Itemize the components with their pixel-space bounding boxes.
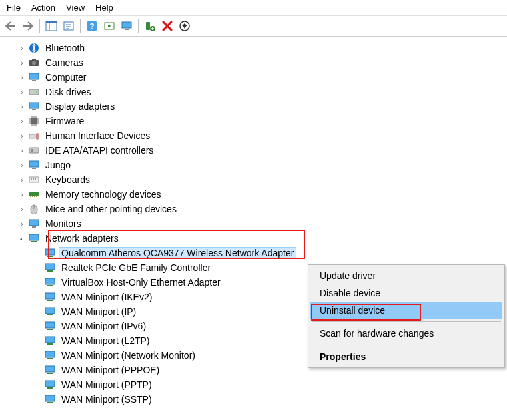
help-button[interactable]: ? <box>84 18 100 34</box>
svg-rect-54 <box>45 308 55 314</box>
ctx-separator <box>312 345 501 345</box>
ctx-update-driver[interactable]: Update driver <box>310 267 502 284</box>
toolbar-separator <box>80 19 81 33</box>
svg-rect-50 <box>45 278 55 284</box>
expander-icon[interactable]: › <box>17 43 27 53</box>
remove-device-button[interactable] <box>159 18 175 34</box>
properties-button[interactable] <box>61 18 77 34</box>
tree-item-cameras[interactable]: › Cameras <box>5 55 507 70</box>
expander-icon[interactable]: › <box>15 232 29 245</box>
tree-label: WAN Miniport (Network Monitor) <box>59 349 198 361</box>
computer-button[interactable] <box>119 18 135 34</box>
bluetooth-icon <box>28 42 40 54</box>
tree-item-ide[interactable]: › IDE ATA/ATAPI controllers <box>5 143 507 158</box>
expander-icon[interactable]: › <box>17 160 27 170</box>
add-device-button[interactable] <box>142 18 158 34</box>
tree-item-monitors[interactable]: › Monitors <box>5 216 507 231</box>
camera-icon <box>28 57 40 69</box>
svg-rect-60 <box>45 351 55 357</box>
svg-rect-39 <box>29 192 39 196</box>
tree-label: WAN Miniport (IP) <box>59 306 139 317</box>
ide-icon <box>28 144 40 156</box>
expander-icon[interactable]: › <box>17 204 27 214</box>
svg-rect-21 <box>32 59 36 61</box>
tree-item-wan-pptp[interactable]: WAN Miniport (PPTP) <box>5 377 507 392</box>
svg-rect-58 <box>45 337 55 343</box>
tree-item-qca9377[interactable]: Qualcomm Atheros QCA9377 Wireless Networ… <box>5 246 507 260</box>
svg-rect-64 <box>45 381 55 387</box>
expander-icon[interactable]: › <box>17 87 27 97</box>
toolbar: ? <box>0 16 507 37</box>
network-adapter-icon <box>44 335 56 347</box>
menu-action[interactable]: Action <box>27 1 62 14</box>
hid-icon <box>28 130 40 142</box>
menu-view[interactable]: View <box>62 1 91 14</box>
network-adapter-icon <box>44 247 56 259</box>
tree-label: Disk drives <box>43 86 93 98</box>
tree-item-keyboards[interactable]: › Keyboards <box>5 172 507 187</box>
forward-button[interactable] <box>20 18 36 34</box>
tree-label: Jungo <box>43 159 73 171</box>
expander-icon[interactable]: › <box>17 175 27 184</box>
tree-item-hid[interactable]: › Human Interface Devices <box>5 128 507 143</box>
expander-icon[interactable]: › <box>17 131 27 140</box>
scan-button[interactable] <box>101 18 117 34</box>
ctx-scan-hardware[interactable]: Scan for hardware changes <box>310 325 502 342</box>
tree-label: Monitors <box>43 218 84 230</box>
mouse-icon <box>28 203 40 215</box>
svg-rect-62 <box>45 366 55 372</box>
tree-item-bluetooth[interactable]: › Bluetooth <box>5 41 507 55</box>
tree-item-disk-drives[interactable]: › Disk drives <box>5 85 507 99</box>
tree-item-mice[interactable]: › Mice and other pointing devices <box>5 202 507 216</box>
svg-rect-52 <box>45 293 55 299</box>
expander-icon[interactable]: › <box>17 116 27 126</box>
tree-item-computer[interactable]: › Computer <box>5 70 507 85</box>
menu-bar: File Action View Help <box>0 0 507 16</box>
ctx-disable-device[interactable]: Disable device <box>310 284 502 302</box>
network-adapter-icon <box>44 379 56 391</box>
svg-rect-32 <box>31 149 33 152</box>
display-icon <box>28 101 40 112</box>
svg-rect-59 <box>47 343 53 345</box>
expander-icon[interactable]: › <box>17 190 27 199</box>
tree-item-network-adapters[interactable]: › Network adapters <box>5 231 507 246</box>
computer-icon <box>28 71 40 83</box>
menu-file[interactable]: File <box>3 1 27 14</box>
update-button[interactable] <box>177 18 193 34</box>
expander-icon[interactable]: › <box>17 219 27 228</box>
svg-rect-57 <box>47 329 53 330</box>
svg-rect-67 <box>47 402 53 403</box>
network-adapter-icon <box>44 306 56 317</box>
tree-item-wan-sstp[interactable]: WAN Miniport (SSTP) <box>5 392 507 407</box>
svg-rect-11 <box>122 22 131 28</box>
svg-rect-30 <box>36 133 39 140</box>
tree-item-display-adapters[interactable]: › Display adapters <box>5 99 507 114</box>
expander-icon[interactable]: › <box>17 102 27 111</box>
monitor-icon <box>28 218 40 230</box>
disk-icon <box>28 86 40 98</box>
svg-rect-12 <box>125 29 129 30</box>
ctx-properties[interactable]: Properties <box>310 348 502 365</box>
tree-label: Bluetooth <box>43 42 87 54</box>
network-icon <box>28 232 40 244</box>
expander-icon[interactable]: › <box>17 73 27 82</box>
svg-rect-22 <box>29 73 39 79</box>
ctx-uninstall-device[interactable]: Uninstall device <box>310 302 502 319</box>
expander-icon[interactable]: › <box>17 58 27 67</box>
network-adapter-icon <box>44 320 56 332</box>
tree-label: Network adapters <box>43 232 121 244</box>
tree-item-jungo[interactable]: › Jungo <box>5 158 507 172</box>
expander-icon[interactable]: › <box>17 146 27 155</box>
menu-help[interactable]: Help <box>91 1 120 14</box>
tree-item-memtech[interactable]: › Memory technology devices <box>5 187 507 202</box>
svg-rect-49 <box>47 270 53 272</box>
back-button[interactable] <box>3 18 19 34</box>
context-menu: Update driver Disable device Uninstall d… <box>308 264 505 368</box>
network-adapter-icon <box>44 276 56 288</box>
tree-label: WAN Miniport (L2TP) <box>59 335 153 347</box>
show-hide-tree-button[interactable] <box>43 18 59 34</box>
network-adapter-icon <box>44 364 56 376</box>
svg-rect-55 <box>47 314 53 315</box>
tree-label: Human Interface Devices <box>43 130 153 142</box>
tree-item-firmware[interactable]: › Firmware <box>5 114 507 128</box>
